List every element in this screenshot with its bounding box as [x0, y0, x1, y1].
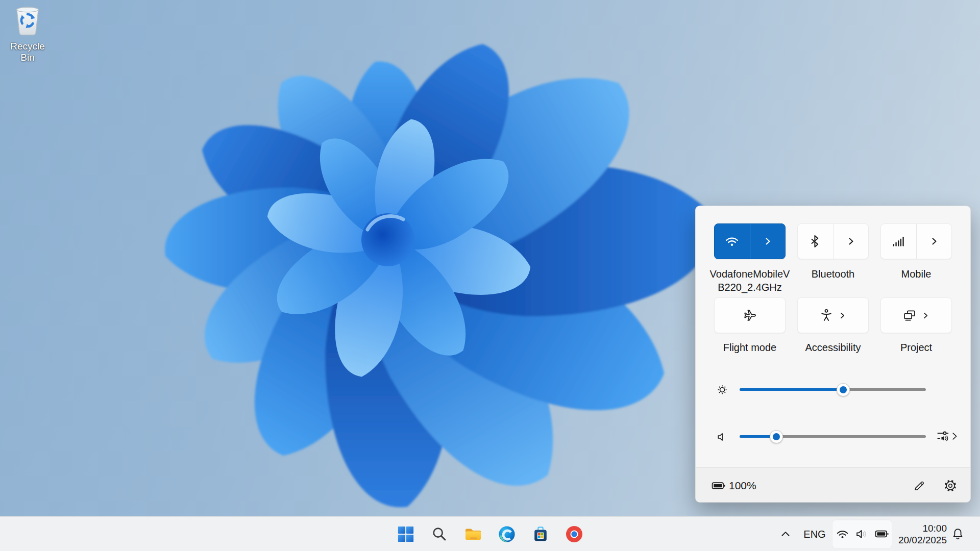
microsoft-store-icon	[532, 525, 549, 543]
microsoft-store-button[interactable]	[531, 524, 550, 544]
wifi-network-line1: VodafoneMobileV	[710, 268, 790, 280]
edge-button[interactable]	[497, 524, 517, 544]
battery-icon	[711, 479, 725, 493]
file-explorer-button[interactable]	[463, 524, 483, 544]
mobile-tile-label: Mobile	[873, 267, 960, 281]
bell-icon	[951, 527, 965, 541]
taskbar: ENG 10:00 20/02/2025	[0, 516, 980, 551]
volume-speaker-icon	[716, 431, 729, 445]
edit-pen-icon	[913, 479, 926, 492]
mobile-toggle-button[interactable]	[881, 224, 916, 259]
chevron-right-icon	[921, 311, 930, 320]
edge-icon	[498, 525, 516, 543]
chevron-right-icon	[838, 311, 847, 320]
mobile-expand-button[interactable]	[916, 224, 952, 259]
flight-mode-label: Flight mode	[706, 341, 793, 354]
volume-slider-fill	[740, 435, 777, 438]
search-button[interactable]	[430, 524, 449, 544]
brightness-sun-icon	[716, 383, 729, 396]
project-screens-icon	[902, 308, 917, 322]
language-indicator[interactable]: ENG	[802, 528, 827, 540]
bluetooth-icon	[808, 234, 822, 248]
mobile-tile	[880, 223, 952, 259]
accessibility-person-icon	[819, 308, 834, 322]
taskbar-center-icons	[396, 517, 584, 551]
desktop-screen: Recycle Bin	[0, 0, 980, 551]
chevron-up-icon	[779, 528, 792, 540]
volume-speaker-icon	[716, 431, 729, 443]
recycle-bin-icon	[14, 6, 41, 37]
project-tile[interactable]	[880, 297, 952, 333]
notifications-button[interactable]	[949, 527, 966, 541]
flight-mode-tile[interactable]	[714, 297, 786, 333]
audio-output-mixer-icon	[937, 430, 950, 443]
wifi-network-line2: B220_2.4GHz	[718, 282, 782, 293]
chrome-button[interactable]	[565, 524, 584, 544]
cellular-bars-icon	[891, 234, 905, 248]
chevron-right-icon	[928, 235, 940, 247]
quick-settings-panel: VodafoneMobileV B220_2.4GHz Bluetooth Mo…	[695, 206, 971, 503]
bluetooth-tile-label: Bluetooth	[790, 267, 876, 281]
search-icon	[431, 525, 448, 543]
start-button[interactable]	[396, 524, 415, 544]
brightness-sun-icon	[716, 383, 729, 398]
clock[interactable]: 10:00 20/02/2025	[883, 522, 947, 546]
edit-quick-settings-button[interactable]	[909, 475, 930, 496]
accessibility-label: Accessibility	[790, 341, 876, 354]
chevron-right-icon	[762, 235, 774, 247]
brightness-slider-fill	[740, 388, 844, 391]
battery-status[interactable]: 100%	[711, 468, 756, 504]
wifi-tile-label: VodafoneMobileV B220_2.4GHz	[706, 267, 793, 294]
chrome-icon	[566, 525, 583, 543]
volume-slider[interactable]	[740, 435, 926, 438]
chevron-right-icon	[949, 431, 960, 442]
file-explorer-icon	[464, 525, 482, 543]
wifi-tile	[714, 223, 786, 259]
tray-overflow-button[interactable]	[778, 528, 793, 540]
battery-percent-label: 100%	[729, 480, 756, 492]
audio-output-expand-chevron[interactable]	[949, 431, 960, 444]
audio-output-button[interactable]	[937, 430, 950, 445]
clock-time: 10:00	[883, 522, 947, 534]
brightness-slider-thumb[interactable]	[837, 383, 850, 396]
wifi-icon	[836, 527, 849, 541]
quick-settings-footer: 100%	[696, 467, 970, 502]
volume-icon	[855, 527, 869, 541]
recycle-bin-label: Recycle Bin	[4, 41, 51, 63]
wifi-toggle-button[interactable]	[715, 224, 750, 259]
project-label: Project	[873, 341, 960, 354]
volume-slider-thumb[interactable]	[770, 430, 783, 443]
settings-button[interactable]	[940, 475, 961, 496]
accessibility-tile[interactable]	[797, 297, 869, 333]
wifi-expand-button[interactable]	[750, 224, 786, 259]
bluetooth-toggle-button[interactable]	[798, 224, 833, 259]
chevron-right-icon	[845, 235, 857, 247]
bluetooth-tile	[797, 223, 869, 259]
airplane-icon	[743, 308, 757, 322]
wifi-icon	[724, 234, 740, 249]
settings-gear-icon	[944, 479, 957, 492]
recycle-bin[interactable]: Recycle Bin	[4, 6, 51, 63]
clock-date: 20/02/2025	[883, 534, 947, 546]
start-icon	[397, 525, 414, 543]
bluetooth-expand-button[interactable]	[833, 224, 869, 259]
brightness-slider[interactable]	[740, 388, 926, 391]
